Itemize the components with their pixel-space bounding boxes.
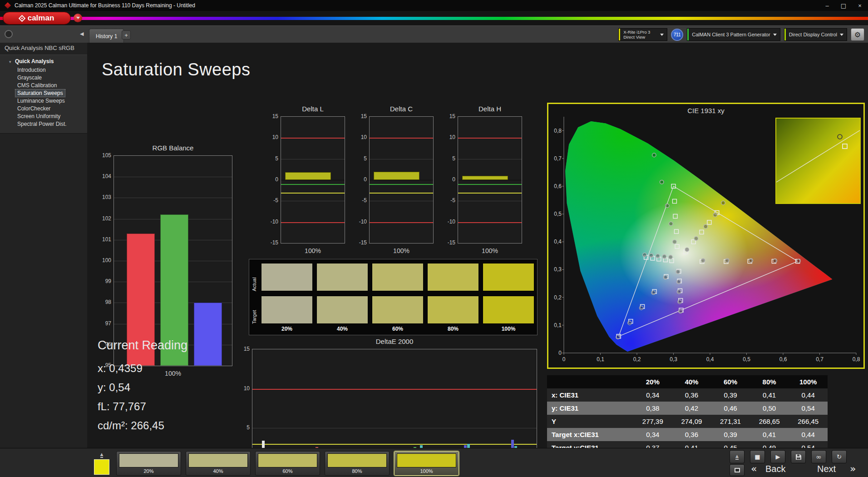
- sidebar-collapse-icon[interactable]: ◀: [80, 31, 84, 37]
- snapshot-button[interactable]: [5, 30, 13, 38]
- next-chevron-icon[interactable]: »: [850, 463, 856, 474]
- patch-swatch: [258, 453, 317, 467]
- eject-icon: ▲: [735, 454, 739, 460]
- measured-point: [651, 291, 655, 294]
- display-control-selector[interactable]: Direct Display Control: [784, 28, 847, 41]
- add-tab-button[interactable]: +: [122, 30, 131, 40]
- save-button[interactable]: [791, 450, 806, 463]
- y-axis-tick: 97: [96, 320, 111, 327]
- svg-text:0,7: 0,7: [554, 155, 562, 162]
- tree-item-colorchecker[interactable]: ColorChecker: [15, 105, 52, 112]
- refresh-button[interactable]: ↻: [832, 450, 847, 463]
- patch-button-100%[interactable]: 100%: [394, 451, 459, 476]
- swatch-target-80%: [427, 296, 479, 324]
- measured-point: [662, 255, 666, 258]
- svg-text:0,5: 0,5: [554, 211, 562, 217]
- svg-text:0,2: 0,2: [554, 294, 562, 301]
- cell-value: 0,39: [711, 388, 750, 402]
- reference-line: [370, 184, 433, 185]
- tree-root-label: Quick Analysis: [15, 58, 54, 65]
- y-axis-tick: 15: [234, 346, 250, 352]
- cie-zoom-view: [776, 119, 860, 203]
- tree-item-saturation-sweeps[interactable]: Saturation Sweeps: [15, 89, 65, 97]
- x-axis-label: 100%: [458, 247, 522, 254]
- svg-text:0,3: 0,3: [670, 356, 677, 363]
- swatch-target-40%: [316, 296, 368, 324]
- y-axis-tick: 103: [96, 194, 111, 200]
- pattern-source-selector[interactable]: CalMAN Client 3 Pattern Generator: [687, 28, 780, 41]
- close-button[interactable]: ×: [852, 0, 868, 11]
- swatch-target-100%: [483, 296, 534, 324]
- logo-menu-button[interactable]: [74, 14, 82, 22]
- back-chevron-icon[interactable]: «: [751, 463, 757, 474]
- patch-button-20%[interactable]: 20%: [116, 451, 181, 476]
- cell-value: 274,09: [672, 415, 711, 428]
- reference-line: [458, 193, 522, 194]
- table-header-row: 20%40%60%80%100%: [547, 375, 828, 388]
- y-axis-tick: 15: [263, 113, 278, 119]
- meter-line1: X-Rite i1Pro 3: [623, 30, 660, 35]
- tree-item-introduction[interactable]: Introduction: [15, 66, 48, 74]
- y-axis-tick: 10: [234, 385, 250, 392]
- chevron-down-icon: [773, 34, 777, 36]
- cell-value: 0,54: [789, 402, 828, 415]
- meter-status-badge[interactable]: 711: [671, 29, 683, 41]
- calman-diamond-icon: [18, 15, 25, 22]
- measured-point: [628, 321, 631, 325]
- row-label: y: CIE31: [547, 402, 633, 415]
- meter-selector[interactable]: X-Rite i1Pro 3 Direct View: [618, 28, 667, 41]
- row-label: Target x:CIE31: [547, 428, 633, 441]
- tab-history-1[interactable]: History 1: [89, 29, 124, 43]
- play-button[interactable]: ▶: [770, 450, 785, 463]
- reference-line: [458, 138, 522, 139]
- tree-root[interactable]: ▾ Quick Analysis: [0, 57, 87, 66]
- measured-point: [616, 335, 620, 339]
- swatch-row-label: Actual: [252, 263, 257, 291]
- logo-bar: calman: [0, 11, 868, 25]
- cell-value: 266,45: [789, 415, 828, 428]
- y-axis-tick: -10: [263, 219, 278, 225]
- tree-item-screen-uniformity[interactable]: Screen Uniformity: [15, 113, 62, 120]
- zero-axis: [370, 180, 433, 180]
- loop-button[interactable]: ∞: [811, 450, 826, 463]
- calman-window: Calman 2025 Calman Ultimate for Business…: [0, 0, 868, 477]
- cell-value: 0,36: [672, 388, 711, 402]
- swatch-actual-100%: [483, 263, 534, 291]
- patch-button-40%[interactable]: 40%: [186, 451, 251, 476]
- delta-h-chart: Delta H 100% -15-10-5051015: [458, 116, 522, 243]
- patch-button-80%[interactable]: 80%: [325, 451, 390, 476]
- reference-line: [252, 444, 537, 445]
- tree-item-grayscale[interactable]: Grayscale: [15, 74, 44, 81]
- swatch-actual-20%: [261, 263, 313, 291]
- tree-item-cms-calibration[interactable]: CMS Calibration: [15, 82, 59, 89]
- measured-point: [673, 240, 676, 243]
- eject-button[interactable]: ▲: [730, 450, 745, 463]
- cell-value: 0,42: [672, 402, 711, 415]
- stop-all-button[interactable]: [730, 464, 745, 476]
- measured-point: [677, 280, 681, 283]
- y-axis-tick: 15: [351, 113, 367, 119]
- next-button[interactable]: Next: [817, 464, 836, 474]
- chart-title: DeltaE 2000: [252, 338, 537, 345]
- delta-c-chart: Delta C 100% -15-10-5051015: [369, 116, 434, 243]
- measured-point: [773, 259, 777, 263]
- cell-value: 0,39: [711, 428, 750, 441]
- back-button[interactable]: Back: [765, 464, 785, 474]
- patch-button-60%[interactable]: 60%: [255, 451, 320, 476]
- maximize-button[interactable]: □: [835, 0, 852, 11]
- reference-line: [370, 222, 433, 223]
- chevron-down-icon: [660, 34, 664, 36]
- tree-item-spectral-power-dist-[interactable]: Spectral Power Dist.: [15, 120, 69, 128]
- bottom-bar: ▲ ▲ ■ ▶ ∞ ↻ « Back Next » 20%40%60%80%10…: [0, 448, 868, 477]
- cell-value: 0,36: [672, 428, 711, 441]
- gridline: [281, 201, 345, 201]
- active-patch-control: ▲: [93, 449, 111, 475]
- minimize-button[interactable]: –: [819, 0, 835, 11]
- calman-logo[interactable]: calman: [3, 12, 71, 25]
- settings-gear-button[interactable]: ⚙: [851, 28, 864, 41]
- cell-value: 0,38: [633, 402, 672, 415]
- active-color-patch[interactable]: [94, 459, 109, 475]
- tree-item-luminance-sweeps[interactable]: Luminance Sweeps: [15, 97, 67, 104]
- reading-cdm2: cd/m²: 266,45: [98, 416, 187, 435]
- stop-button[interactable]: ■: [750, 450, 765, 463]
